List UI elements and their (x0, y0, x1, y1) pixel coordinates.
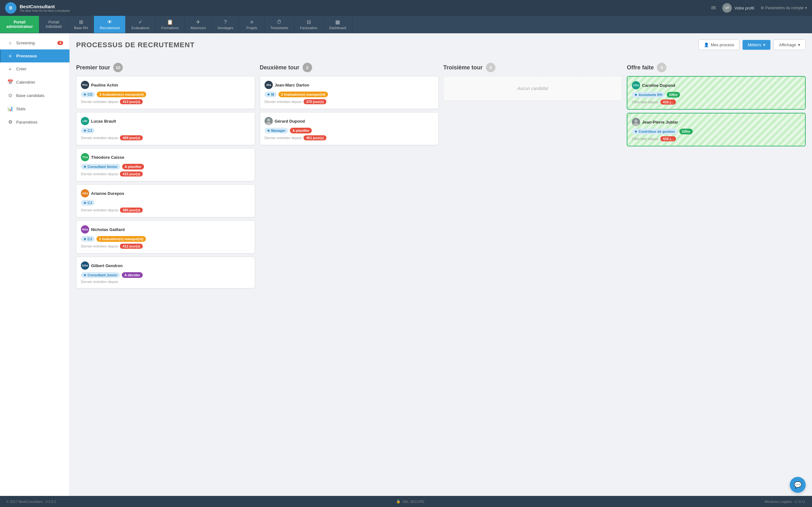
card-pauline-achin[interactable]: PAc Pauline Achin ❖ CS 2 évaluation(s) m… (76, 76, 255, 109)
nav-sondages[interactable]: ? Sondages (212, 16, 240, 33)
nav-base-rh[interactable]: ⊞ Base RH (68, 16, 94, 33)
logo-icon: B (5, 2, 16, 14)
planif-tag: A planifier (122, 164, 144, 170)
card-caroline-dupond[interactable]: CDu Caroline Dupond ❖ Assistante RH Offr… (627, 76, 806, 110)
chat-button[interactable]: 💬 (790, 477, 806, 493)
days-badge: 385 jour(s) (120, 208, 143, 213)
role-tag: ❖ Consultant Junior (81, 272, 120, 278)
offre-tag: Offre (679, 129, 693, 134)
profile-area[interactable]: VP Votre profil (722, 3, 754, 13)
nav-timesheets[interactable]: ⏱ Timesheets (264, 16, 294, 33)
eval-tag: 2 évaluation(s) manque(nt) (97, 92, 146, 97)
action-bar: 👤 Mes process Métiers ▾ Affichage ▾ (699, 40, 806, 50)
sidebar-item-creer[interactable]: + Créer (0, 62, 69, 75)
affichage-button[interactable]: Affichage ▾ (774, 40, 806, 50)
sidebar-item-parametres[interactable]: ⚙ Paramètres (0, 115, 69, 129)
nav-absences[interactable]: ✈ Absences (185, 16, 212, 33)
role-tag: ❖ Consultant Senior (81, 164, 120, 170)
check-icon: ✓ (138, 19, 142, 25)
stats-icon: 📊 (7, 106, 13, 112)
logo-area: B BestConsultant The Best Tools for the … (5, 2, 70, 14)
eval-tag: 2 évaluation(s) manque(nt) (96, 236, 146, 242)
sidebar-item-calendrier[interactable]: 📅 Calendrier (0, 75, 69, 89)
sidebar-item-stats[interactable]: 📊 Stats (0, 102, 69, 115)
settings-icon: ⚙ (7, 119, 13, 125)
card-jean-pierre-jublar[interactable]: Jean-Pierre Jublar ❖ Contrôleur de gesti… (627, 113, 806, 147)
card-arianne-durepos[interactable]: ADu Arianne Durepos ❖ CJ Dernier entreti… (76, 184, 255, 217)
tab-admin[interactable]: Portailadministrateur (0, 16, 39, 33)
svg-point-1 (266, 122, 271, 125)
card-jean-marc-darlon[interactable]: JDa Jean-Marc Darlon ❖ M 2 évaluation(s)… (260, 76, 439, 109)
nav-projets[interactable]: ≡ Projets (239, 16, 264, 33)
metiers-button[interactable]: Métiers ▾ (743, 40, 770, 50)
candidates-icon: ⊙ (7, 93, 13, 98)
nav-evaluations[interactable]: ✓ Evaluations (125, 16, 155, 33)
role-tag: ❖ CJ (81, 128, 95, 133)
chevron-down-icon: ▾ (798, 43, 800, 47)
settings-link[interactable]: ⚙ Parametres du compte ▾ (761, 6, 807, 10)
nav-formations[interactable]: 📋 Formations (155, 16, 185, 33)
nav-facturation[interactable]: ⊟ Facturation (294, 16, 323, 33)
column-offre-faite: Offre faite 0 CDu Caroline Dupond ❖ Assi… (627, 63, 806, 150)
nav-recrutement[interactable]: 👁 Recrutement (94, 16, 125, 33)
column-header-offre-faite: Offre faite 0 (627, 63, 806, 72)
kanban-board: Premier tour 10 PAc Pauline Achin ❖ CS 2… (76, 63, 806, 291)
content-area: PROCESSUS DE RECRUTEMENT 👤 Mes process M… (70, 33, 812, 496)
nav-dashboard[interactable]: ▦ Dashboard (323, 16, 352, 33)
offre-tag: Offre (667, 92, 680, 98)
header-right: ✉ VP Votre profil ⚙ Parametres du compte… (711, 3, 807, 13)
invoice-icon: ⊟ (307, 19, 311, 25)
avatar: TCa (81, 153, 89, 161)
profile-label: Votre profil (734, 6, 754, 10)
days-badge: 412 jour(s) (120, 244, 143, 249)
column-troisieme-tour: Troisième tour 0 Aucun candidat (444, 63, 622, 101)
column-header-troisieme-tour: Troisième tour 0 (444, 63, 622, 72)
portal-tabs: Portailadministrateur Portailindividuel (0, 16, 68, 33)
column-header-premier-tour: Premier tour 10 (76, 63, 255, 72)
role-tag: ❖ CJ (81, 200, 95, 206)
nav-bar: Portailadministrateur Portailindividuel … (0, 16, 812, 33)
card-theodore-caisse[interactable]: TCa Théodore Caisse ❖ Consultant Senior … (76, 148, 255, 181)
mail-icon[interactable]: ✉ (711, 4, 716, 11)
role-tag: ❖ CS (81, 92, 95, 97)
sidebar-item-base-candidats[interactable]: ⊙ Base candidats (0, 89, 69, 102)
tab-individual[interactable]: Portailindividuel (39, 16, 68, 33)
calendar-icon: 📅 (7, 79, 13, 85)
question-icon: ? (224, 19, 227, 25)
svg-point-0 (267, 118, 270, 122)
avatar: VP (722, 3, 732, 13)
copyright: © 2017 BestConsultant - V.2.0.2 (6, 500, 56, 504)
card-nicholas-gaillard[interactable]: NGa Nicholas Gaillard ❖ CJ 2 évaluation(… (76, 221, 255, 253)
avatar: ADu (81, 189, 89, 198)
screening-badge: 4 (57, 41, 63, 45)
sidebar-item-processus[interactable]: ≡ Processus (0, 49, 69, 62)
eval-tag: 2 évaluation(s) manque(nt) (278, 92, 328, 97)
chevron-down-icon: ▾ (763, 43, 765, 47)
chat-icon: 💬 (794, 481, 802, 489)
card-lucas-brault[interactable]: LBr Lucas Brault ❖ CJ Dernier entretien … (76, 112, 255, 145)
processus-icon: ≡ (7, 53, 13, 59)
card-gilbert-gendron[interactable]: GGe Gilbert Gendron ❖ Consultant Junior … (76, 257, 255, 288)
avatar: NGa (81, 225, 89, 233)
days-badge: 409 jour(s) (120, 135, 143, 140)
svg-point-3 (633, 123, 639, 126)
days-badge: 370 jour(s) (304, 99, 326, 104)
list-icon: ≡ (250, 19, 253, 25)
role-tag: ❖ Assistante RH (632, 92, 665, 98)
clipboard-icon: 📋 (167, 19, 173, 25)
avatar: CDu (632, 81, 640, 89)
footer: © 2017 BestConsultant - V.2.0.2 🔒 SSL SE… (0, 496, 812, 507)
mes-process-button[interactable]: 👤 Mes process (699, 40, 740, 50)
role-tag: ❖ M (264, 92, 276, 97)
tagline: The Best Tools for the Best Consultants (20, 9, 70, 12)
sidebar-item-screening[interactable]: ○ Screening 4 (0, 37, 69, 49)
days-badge: 416 j... (660, 100, 676, 105)
top-header: B BestConsultant The Best Tools for the … (0, 0, 812, 16)
sidebar: ○ Screening 4 ≡ Processus + Créer 📅 Cale… (0, 33, 70, 496)
grid-icon: ⊞ (79, 19, 83, 25)
role-tag: ❖ CJ (81, 236, 95, 242)
decider-tag: A décider (122, 272, 143, 278)
days-badge: 413 jour(s) (120, 99, 143, 104)
legal-link[interactable]: Mentions Legales - C.G.U. (764, 500, 806, 504)
card-gerard-dupond[interactable]: Gérard Dupond ❖ Manager A planifier Dern… (260, 112, 439, 145)
